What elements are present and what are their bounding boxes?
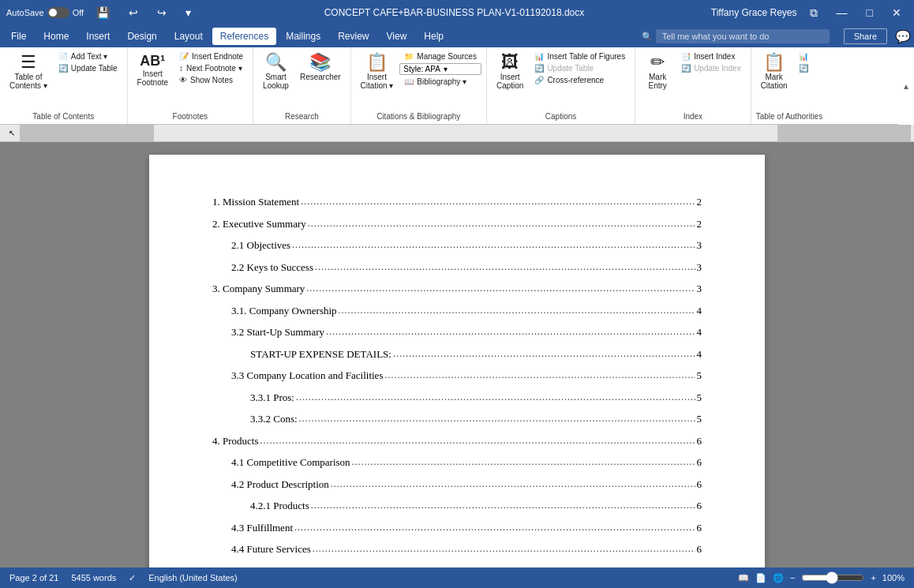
insert-index-button[interactable]: 📑 Insert Index (676, 51, 746, 62)
minimize-button[interactable]: — (830, 3, 854, 22)
insert-citation-icon: 📋 (366, 54, 388, 71)
bibliography-button[interactable]: 📖 Bibliography ▾ (399, 76, 481, 88)
research-group-label: Research (258, 110, 346, 124)
mark-entry-button[interactable]: ✏ MarkEntry (640, 51, 675, 93)
insert-table-auth-icon: 📊 (799, 52, 808, 61)
toc-entry: 4. Products ............................… (212, 433, 702, 449)
toc-entry: 3.3 Company Location and Facilities ....… (212, 368, 702, 384)
insert-endnote-button[interactable]: 📝 Insert Endnote (174, 51, 248, 62)
collapse-ribbon-button[interactable]: ▲ (898, 47, 914, 125)
ruler: ↖ (0, 125, 914, 142)
ribbon-group-index: ✏ MarkEntry 📑 Insert Index 🔄 Update Inde… (635, 47, 751, 124)
document-page[interactable]: 1. Mission Statement ...................… (149, 155, 765, 567)
menu-home[interactable]: Home (36, 28, 77, 45)
maximize-button[interactable]: □ (860, 3, 879, 22)
update-table-captions-button[interactable]: 🔄 Update Table (530, 62, 630, 74)
menu-bar: File Home Insert Design Layout Reference… (0, 25, 914, 47)
researcher-button[interactable]: 📚 Researcher (295, 51, 346, 84)
toc-entry: 5. Market Analysis Summary .............… (212, 564, 702, 568)
add-text-icon: 📄 (58, 52, 68, 61)
authorities-group-label: Table of Authorities (756, 110, 823, 124)
insert-table-of-figures-button[interactable]: 📊 Insert Table of Figures (530, 51, 630, 62)
title-bar-right: Tiffany Grace Reyes ⧉ — □ ✕ (711, 3, 908, 23)
index-group-label: Index (640, 110, 746, 124)
menu-insert[interactable]: Insert (78, 28, 118, 45)
language: English (United States) (148, 573, 238, 582)
zoom-out-button[interactable]: − (790, 573, 795, 582)
share-button[interactable]: Share (844, 28, 887, 44)
next-footnote-button[interactable]: ↕ Next Footnote ▾ (174, 62, 248, 74)
autosave-toggle[interactable] (47, 7, 69, 18)
zoom-in-button[interactable]: + (871, 573, 875, 582)
toc-icon: ☰ (21, 54, 36, 71)
ruler-corner[interactable]: ↖ (3, 125, 21, 142)
citations-group-label: Citations & Bibliography (356, 110, 481, 124)
undo-button[interactable]: ↩ (122, 3, 144, 22)
toc-entry: START-UP EXPENSE DETAILS: ..............… (212, 346, 702, 362)
redo-button[interactable]: ↪ (151, 3, 173, 22)
style-dropdown[interactable]: Style: APA ▾ (399, 63, 481, 75)
update-table-toc-button[interactable]: 🔄 Update Table (54, 62, 122, 74)
menu-design[interactable]: Design (119, 28, 164, 45)
zoom-slider[interactable] (801, 571, 864, 584)
menu-mailings[interactable]: Mailings (278, 28, 328, 45)
manage-sources-button[interactable]: 📁 Manage Sources (399, 51, 481, 62)
insert-footnote-button[interactable]: AB¹ InsertFootnote (133, 51, 173, 90)
title-bar-left: AutoSave Off 💾 ↩ ↪ ▾ (6, 3, 197, 22)
table-of-contents-button[interactable]: ☰ Table ofContents ▾ (5, 51, 52, 93)
toc-entry: 2.1 Objectives .........................… (212, 238, 702, 253)
search-bar: 🔍 (635, 29, 836, 43)
show-notes-button[interactable]: 👁 Show Notes (174, 74, 248, 86)
update-table-authorities-button[interactable]: 🔄 (794, 62, 813, 74)
comment-icon[interactable]: 💬 (895, 29, 911, 44)
insert-footnote-icon: AB¹ (140, 54, 165, 68)
customize-qat-button[interactable]: ▾ (179, 3, 197, 22)
ribbon-group-toc: ☰ Table ofContents ▾ 📄 Add Text ▾ 🔄 Upda… (0, 47, 128, 124)
add-text-button[interactable]: 📄 Add Text ▾ (54, 51, 122, 62)
toc-entry: 4.3 Fulfillment ........................… (212, 520, 702, 536)
zoom-level: 100% (882, 573, 905, 582)
menu-review[interactable]: Review (330, 28, 376, 45)
insert-endnote-icon: 📝 (179, 52, 189, 61)
menu-view[interactable]: View (379, 28, 415, 45)
mark-citation-button[interactable]: 📋 MarkCitation (756, 51, 792, 93)
toc-entry: 3.3.2 Cons: ............................… (212, 411, 702, 427)
toc-group-label: Table of Contents (5, 110, 122, 124)
toc-entry: 4.2.1 Products .........................… (212, 498, 702, 514)
ribbon-group-authorities: 📋 MarkCitation 📊 🔄 Table of Authorities (751, 47, 828, 124)
bibliography-icon: 📖 (404, 77, 414, 86)
toc-entry: 4.4 Future Services ....................… (212, 541, 702, 557)
show-notes-icon: 👁 (179, 76, 187, 84)
toc-entry: 3.3.1 Pros: ............................… (212, 390, 702, 406)
insert-citation-button[interactable]: 📋 InsertCitation ▾ (356, 51, 399, 93)
menu-file[interactable]: File (3, 28, 34, 45)
restore-button[interactable]: ⧉ (803, 3, 824, 23)
web-layout-icon[interactable]: 🌐 (773, 573, 784, 583)
cross-reference-button[interactable]: 🔗 Cross-reference (530, 74, 630, 86)
toc-entry: 1. Mission Statement ...................… (212, 194, 702, 210)
menu-layout[interactable]: Layout (167, 28, 211, 45)
menu-help[interactable]: Help (416, 28, 451, 45)
smart-lookup-button[interactable]: 🔍 SmartLookup (258, 51, 294, 93)
insert-caption-icon: 🖼 (501, 54, 519, 71)
insert-table-authorities-button[interactable]: 📊 (794, 51, 813, 62)
search-input[interactable] (656, 29, 830, 43)
toc-entry: 3.1. Company Ownership .................… (212, 303, 702, 319)
toc-entry: 4.1 Competitive Comparison .............… (212, 455, 702, 470)
update-table-toc-icon: 🔄 (58, 64, 68, 73)
word-count: 5455 words (71, 573, 116, 582)
update-index-icon: 🔄 (681, 64, 691, 73)
read-mode-icon[interactable]: 📖 (738, 573, 749, 583)
close-button[interactable]: ✕ (886, 3, 908, 22)
toc-entry: 3. Company Summary .....................… (212, 281, 702, 297)
update-index-button[interactable]: 🔄 Update Index (676, 62, 746, 74)
insert-caption-button[interactable]: 🖼 InsertCaption (492, 51, 528, 93)
user-name: Tiffany Grace Reyes (711, 7, 797, 18)
mark-citation-icon: 📋 (763, 54, 785, 71)
ribbon-group-footnotes: AB¹ InsertFootnote 📝 Insert Endnote ↕ Ne… (128, 47, 254, 124)
print-layout-icon[interactable]: 📄 (755, 573, 766, 583)
toc-entry: 4.2 Product Description ................… (212, 477, 702, 492)
save-button[interactable]: 💾 (90, 3, 116, 22)
update-table-auth-icon: 🔄 (799, 64, 808, 73)
menu-references[interactable]: References (212, 28, 276, 45)
